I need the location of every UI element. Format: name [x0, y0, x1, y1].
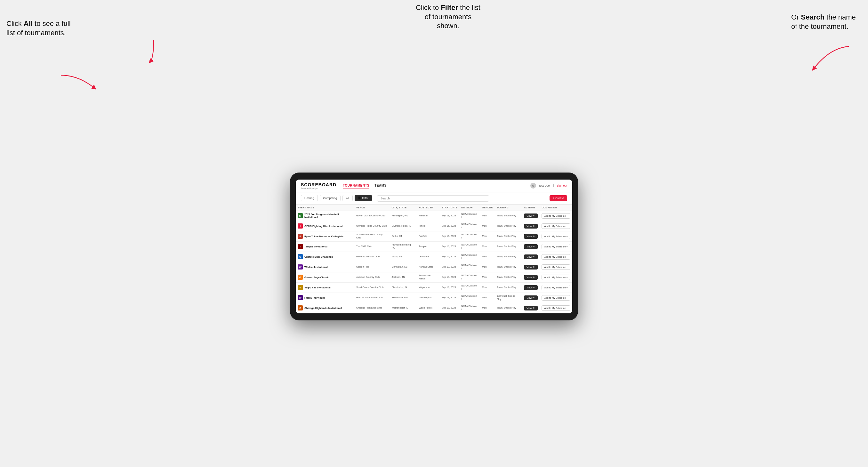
cell-actions: View 👁 — [522, 221, 539, 231]
cell-event-name: W Wildcat Invitational — [296, 262, 354, 272]
table-row: W Husky Individual Gold Mountain Golf Cl… — [296, 292, 572, 303]
logo-text: SCOREBOARD — [301, 182, 336, 187]
cell-competing: Add to My Schedule + — [539, 282, 572, 292]
cell-event-name: C Chicago Highlands Invitational — [296, 303, 354, 313]
nav-teams[interactable]: TEAMS — [374, 182, 386, 189]
view-button[interactable]: View 👁 — [524, 275, 538, 280]
view-button[interactable]: View 👁 — [524, 265, 538, 270]
cell-event-name: T Temple Invitational — [296, 241, 354, 252]
cell-hosted-by: Kansas State — [417, 262, 440, 272]
cell-gender: Men — [480, 241, 495, 252]
cell-scoring: Team, Stroke Play — [495, 282, 522, 292]
annotation-filter-bold: Filter — [441, 3, 458, 11]
team-logo: U — [298, 254, 303, 259]
cell-venue: Chicago Highlands Club — [354, 303, 390, 313]
cell-event-name: U Upstate Dual Challenge — [296, 252, 354, 262]
view-button[interactable]: View 👁 — [524, 224, 538, 228]
cell-competing: Add to My Schedule + — [539, 292, 572, 303]
cell-hosted-by: Wake Forest — [417, 303, 440, 313]
arrow-search — [798, 45, 855, 73]
create-button[interactable]: + Create — [550, 195, 567, 201]
cell-division: NCAA Division I — [459, 303, 480, 313]
event-name-text: 2023 Joe Feaganes Marshall Invitational — [304, 213, 352, 219]
event-name-text: Temple Invitational — [304, 245, 328, 248]
add-to-schedule-button[interactable]: Add to My Schedule + — [541, 223, 570, 229]
cell-actions: View 👁 — [522, 211, 539, 221]
team-logo: W — [298, 295, 303, 300]
cell-hosted-by: Washington — [417, 292, 440, 303]
add-to-schedule-button[interactable]: Add to My Schedule + — [541, 295, 570, 301]
cell-scoring: Team, Stroke Play — [495, 252, 522, 262]
team-logo: I — [298, 223, 303, 228]
header-right: U Test User | Sign out — [530, 183, 567, 189]
logo-sub: Powered by clippd — [301, 187, 336, 189]
add-to-schedule-button[interactable]: Add to My Schedule + — [541, 244, 570, 249]
cell-gender: Men — [480, 303, 495, 313]
filter-icon: ☰ — [358, 196, 361, 200]
col-actions: ACTIONS — [522, 205, 539, 211]
team-logo: T — [298, 244, 303, 249]
cell-venue: Gold Mountain Golf Club — [354, 292, 390, 303]
cell-actions: View 👁 — [522, 303, 539, 313]
eye-icon: 👁 — [533, 214, 535, 217]
eye-icon: 👁 — [533, 307, 535, 310]
view-button[interactable]: View 👁 — [524, 295, 538, 300]
table-row: M 2023 Joe Feaganes Marshall Invitationa… — [296, 211, 572, 221]
cell-city-state: Jackson, TN — [390, 272, 417, 282]
cell-gender: Men — [480, 292, 495, 303]
cell-venue: Sand Creek Country Club — [354, 282, 390, 292]
cell-hosted-by: Marshall — [417, 211, 440, 221]
view-button[interactable]: View 👁 — [524, 306, 538, 310]
filter-button[interactable]: ☰ Filter — [354, 195, 372, 201]
tablet: SCOREBOARD Powered by clippd TOURNAMENTS… — [290, 173, 578, 320]
cell-hosted-by: Tennessee-Martin — [417, 272, 440, 282]
cell-venue: Jackson Country Club — [354, 272, 390, 282]
add-to-schedule-button[interactable]: Add to My Schedule + — [541, 234, 570, 239]
cell-start-date: Sep 17, 2023 — [440, 262, 459, 272]
add-to-schedule-button[interactable]: Add to My Schedule + — [541, 285, 570, 290]
cell-venue: Ravenwood Golf Club — [354, 252, 390, 262]
cell-scoring: Team, Stroke Play — [495, 241, 522, 252]
cell-scoring: Team, Stroke Play — [495, 303, 522, 313]
logo-area: SCOREBOARD Powered by clippd — [301, 182, 336, 189]
tournaments-table: EVENT NAME VENUE CITY, STATE HOSTED BY S… — [296, 205, 572, 313]
nav-links: TOURNAMENTS TEAMS — [343, 182, 530, 189]
competing-tab[interactable]: Competing — [320, 195, 341, 201]
add-to-schedule-button[interactable]: Add to My Schedule + — [541, 275, 570, 280]
all-tab[interactable]: All — [342, 195, 353, 201]
cell-scoring: Individual, Stroke Play — [495, 292, 522, 303]
cell-gender: Men — [480, 272, 495, 282]
cell-hosted-by: Fairfield — [417, 231, 440, 241]
add-to-schedule-button[interactable]: Add to My Schedule + — [541, 305, 570, 311]
view-button[interactable]: View 👁 — [524, 254, 538, 259]
view-button[interactable]: View 👁 — [524, 285, 538, 290]
cell-city-state: Plymouth Meeting, PA — [390, 241, 417, 252]
hosting-tab[interactable]: Hosting — [301, 195, 318, 201]
view-button[interactable]: View 👁 — [524, 234, 538, 239]
cell-actions: View 👁 — [522, 262, 539, 272]
view-button[interactable]: View 👁 — [524, 244, 538, 249]
table-body: M 2023 Joe Feaganes Marshall Invitationa… — [296, 211, 572, 313]
add-to-schedule-button[interactable]: Add to My Schedule + — [541, 213, 570, 219]
add-to-schedule-button[interactable]: Add to My Schedule + — [541, 264, 570, 270]
eye-icon: 👁 — [533, 297, 535, 299]
search-input[interactable] — [377, 195, 489, 201]
cell-hosted-by: Valparaiso — [417, 282, 440, 292]
filter-label: Filter — [362, 196, 368, 200]
search-box — [377, 195, 489, 201]
cell-division: NCAA Division I — [459, 272, 480, 282]
col-competing: COMPETING — [539, 205, 572, 211]
cell-division: NCAA Division I — [459, 221, 480, 231]
nav-tournaments[interactable]: TOURNAMENTS — [343, 182, 369, 189]
event-name-text: Wildcat Invitational — [304, 266, 328, 269]
annotation-search-bold: Search — [801, 13, 825, 21]
cell-actions: View 👁 — [522, 241, 539, 252]
add-to-schedule-button[interactable]: Add to My Schedule + — [541, 254, 570, 259]
separator: | — [553, 184, 554, 187]
team-logo: C — [298, 305, 303, 310]
signout-link[interactable]: Sign out — [557, 184, 567, 187]
view-button[interactable]: View 👁 — [524, 214, 538, 218]
cell-start-date: Sep 16, 2023 — [440, 231, 459, 241]
cell-venue: Shuttle Meadow Country Club — [354, 231, 390, 241]
eye-icon: 👁 — [533, 255, 535, 258]
